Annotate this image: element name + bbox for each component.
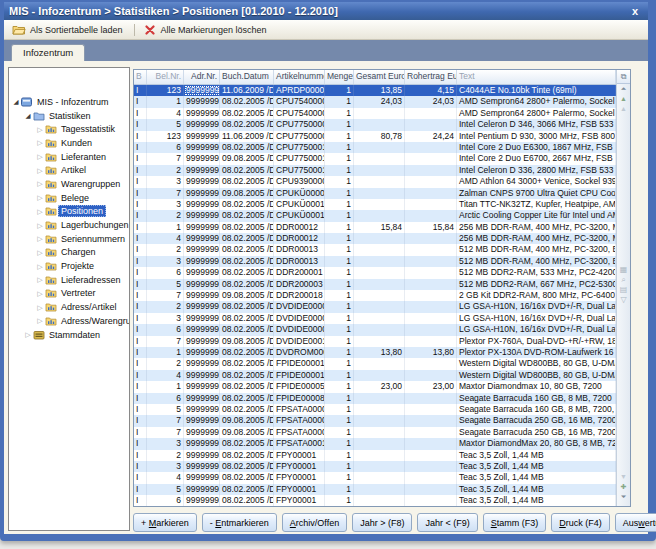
table-row[interactable]: I39999999908.02.2005 /DiFPSATA000111Maxt…	[134, 438, 616, 449]
button-markieren[interactable]: + Markieren	[133, 513, 197, 532]
table-row[interactable]: I19999999908.02.2005 /DiFPIDE00005123,00…	[134, 381, 616, 392]
scroll-up2-icon[interactable]: ▲	[617, 104, 630, 114]
table-row[interactable]: I59999999908.02.2005 /DiCPU775000051Inte…	[134, 119, 616, 130]
toolbar-button-alle-markierungen-l-schen[interactable]: Alle Markierungen löschen	[140, 24, 273, 36]
table-row[interactable]: I29999999908.02.2005 /DiCPUKÜ000151Arcti…	[134, 210, 616, 221]
column-header-b[interactable]: B	[134, 70, 147, 84]
tree-expanded-arrow-icon[interactable]: ◢	[11, 95, 21, 108]
button-entmarkieren[interactable]: - Entmarkieren	[202, 513, 277, 532]
tree-collapsed-arrow-icon[interactable]: ▷	[35, 273, 45, 286]
column-header-buch-datum[interactable]: Buch.Datum	[220, 70, 274, 84]
tree-collapsed-arrow-icon[interactable]: ▷	[35, 287, 45, 300]
table-row[interactable]: I69999999908.02.2005 /DiDVDIDE000051LG G…	[134, 324, 616, 335]
table-row[interactable]: I1239999999911.06.2009 /DoAPRDP00004113,…	[134, 85, 616, 96]
tree-item-chargen[interactable]: ▷Chargen	[9, 246, 129, 260]
button-archiv-offen[interactable]: Archiv/Offen	[282, 513, 347, 532]
tree-collapsed-arrow-icon[interactable]: ▷	[35, 123, 45, 136]
column-header-rohertrag-euro[interactable]: Rohertrag Euro	[405, 70, 457, 84]
table-row[interactable]: I69999999908.02.2005 /DiFPY000011Teac 3,…	[134, 495, 616, 506]
tree-collapsed-arrow-icon[interactable]: ▷	[35, 260, 45, 273]
tree-item-positionen[interactable]: ▷Positionen	[9, 205, 129, 219]
button-auswertung[interactable]: Auswertung	[615, 513, 656, 532]
tree-collapsed-arrow-icon[interactable]: ▷	[35, 177, 45, 190]
tree-item-projekte[interactable]: ▷Projekte	[9, 259, 129, 273]
table-row[interactable]: I79999999909.08.2005 /DiDDR20001812 GB K…	[134, 290, 616, 301]
table-row[interactable]: I79999999909.08.2005 /DiDVDIDE000161Plex…	[134, 336, 616, 347]
table-row[interactable]: I79999999909.08.2005 /DiCPUKÜ000051Zalma…	[134, 188, 616, 199]
table-row[interactable]: I29999999908.02.2005 /DiFPIDE000011Weste…	[134, 358, 616, 369]
table-row[interactable]: I59999999908.02.2005 /DiFPSATA000011Seag…	[134, 404, 616, 415]
save-layout-icon[interactable]: ▤	[617, 285, 630, 295]
tree-collapsed-arrow-icon[interactable]: ▷	[35, 301, 45, 314]
table-row[interactable]: I69999999908.02.2005 /DiCPU775000111Inte…	[134, 142, 616, 153]
table-row[interactable]: I79999999909.08.2005 /DiFPSATA000091Seag…	[134, 415, 616, 426]
tree-item-kunden[interactable]: ▷Kunden	[9, 136, 129, 150]
table-row[interactable]: I29999999908.02.2005 /DiDDR000131512 MB …	[134, 244, 616, 255]
tree-item-adress-artikel[interactable]: ▷Adress/Artikel	[9, 300, 129, 314]
column-header-adr-nr[interactable]: Adr.Nr.	[184, 70, 220, 84]
table-row[interactable]: I79999999909.08.2005 /DiCPU775000141Inte…	[134, 153, 616, 164]
tree-item-mis-infozentrum[interactable]: ◢MIS - Infozentrum	[9, 95, 129, 109]
table-row[interactable]: I49999999908.02.2005 /DiCPU754000031AMD …	[134, 108, 616, 119]
tree-collapsed-arrow-icon[interactable]: ▷	[35, 314, 45, 327]
table-row[interactable]: I39999999908.02.2005 /DiDDR000131512 MB …	[134, 256, 616, 267]
tree-item-seriennummern[interactable]: ▷Seriennummern	[9, 232, 129, 246]
table-row[interactable]: I1239999999911.06.2009 /DoCPU77500007180…	[134, 131, 616, 142]
scroll-down-icon[interactable]: ▼	[617, 472, 630, 482]
column-header-gesamt-euro[interactable]: Gesamt Euro	[354, 70, 405, 84]
grid-mode-icon[interactable]: ▦	[617, 265, 630, 275]
table-row[interactable]: I49999999908.02.2005 /DiFPY000011Teac 3,…	[134, 472, 616, 483]
table-row[interactable]: I49999999908.02.2005 /DiDDR000121256 MB …	[134, 233, 616, 244]
tree-collapsed-arrow-icon[interactable]: ▷	[35, 164, 45, 177]
filter-icon[interactable]: ▽	[617, 295, 630, 305]
column-header-bel-nr[interactable]: Bel.Nr.	[147, 70, 184, 84]
tree-item-vertreter[interactable]: ▷Vertreter	[9, 287, 129, 301]
table-row[interactable]: I69999999908.02.2005 /DiFPIDE000081Seaga…	[134, 393, 616, 404]
tree-collapsed-arrow-icon[interactable]: ▷	[35, 232, 45, 245]
table-row[interactable]: I39999999908.02.2005 /DiCPU939000021AMD …	[134, 176, 616, 187]
tree-item-lieferanten[interactable]: ▷Lieferanten	[9, 150, 129, 164]
tree-collapsed-arrow-icon[interactable]: ▷	[35, 191, 45, 204]
tree-item-artikel[interactable]: ▷Artikel	[9, 163, 129, 177]
scroll-up-icon[interactable]: ▲	[617, 94, 630, 104]
table-row[interactable]: I59999999908.02.2005 /DiFPY000011Teac 3,…	[134, 484, 616, 495]
table-row[interactable]: I59999999908.02.2005 /DiDDR2000031512 MB…	[134, 279, 616, 290]
add-row-icon[interactable]: ✚	[617, 482, 630, 492]
tree-item-belege[interactable]: ▷Belege	[9, 191, 129, 205]
table-row[interactable]: I69999999908.02.2005 /DiDDR2000011512 MB…	[134, 267, 616, 278]
tree-item-tagesstatistik[interactable]: ▷Tagesstatistik	[9, 122, 129, 136]
table-row[interactable]: I39999999908.02.2005 /DiCPUKÜ000101Titan…	[134, 199, 616, 210]
table-row[interactable]: I19999999908.02.2005 /DiDDR00012115,8415…	[134, 222, 616, 233]
scroll-bottom-icon[interactable]: ⏷	[617, 492, 630, 502]
table-row[interactable]: I19999999908.02.2005 /DiDVDROM00001113,8…	[134, 347, 616, 358]
tree-item-stammdaten[interactable]: ▷Stammdaten	[9, 328, 129, 342]
search-icon[interactable]: ⌕	[617, 275, 630, 285]
tab-infozentrum[interactable]: Infozentrum	[11, 44, 85, 61]
tree-item-adress-warengruppen[interactable]: ▷Adress/Warengruppen	[9, 314, 129, 328]
table-row[interactable]: I19999999908.02.2005 /DiCPU75400001124,0…	[134, 96, 616, 107]
tree-item-statistiken[interactable]: ◢Statistiken	[9, 109, 129, 123]
tree-expanded-arrow-icon[interactable]: ◢	[23, 109, 33, 122]
button-jahr-vor[interactable]: Jahr > (F8)	[352, 513, 412, 532]
tree-collapsed-arrow-icon[interactable]: ▷	[23, 328, 33, 341]
table-row[interactable]: I29999999908.02.2005 /DiCPU775000191Inte…	[134, 165, 616, 176]
column-header-menge[interactable]: Menge	[325, 70, 354, 84]
table-row[interactable]: I39999999908.02.2005 /DiFPY000011Teac 3,…	[134, 461, 616, 472]
tree-collapsed-arrow-icon[interactable]: ▷	[35, 136, 45, 149]
customize-columns-icon[interactable]: ⧉	[617, 70, 630, 84]
scroll-top-icon[interactable]: ⏶	[617, 84, 630, 94]
table-row[interactable]: I29999999908.02.2005 /DiDVDIDE000051LG G…	[134, 301, 616, 312]
table-row[interactable]: I49999999908.02.2005 /DiFPIDE000011Weste…	[134, 370, 616, 381]
tree-collapsed-arrow-icon[interactable]: ▷	[35, 219, 45, 232]
tree-item-lieferadressen[interactable]: ▷Lieferadressen	[9, 273, 129, 287]
button-druck[interactable]: Druck (F4)	[551, 513, 610, 532]
close-icon[interactable]: x	[627, 5, 643, 17]
table-row[interactable]: I79999999909.08.2005 /DiFPSATA000091Seag…	[134, 427, 616, 438]
tree-collapsed-arrow-icon[interactable]: ▷	[35, 246, 45, 259]
column-header-artikelnummer[interactable]: Artikelnummer	[274, 70, 325, 84]
button-stamm[interactable]: Stamm (F3)	[483, 513, 547, 532]
tree-collapsed-arrow-icon[interactable]: ▷	[35, 150, 45, 163]
tree-item-lagerbuchungen[interactable]: ▷Lagerbuchungen	[9, 218, 129, 232]
table-row[interactable]: I39999999908.02.2005 /DiDVDIDE000051LG G…	[134, 313, 616, 324]
tree-item-warengruppen[interactable]: ▷Warengruppen	[9, 177, 129, 191]
